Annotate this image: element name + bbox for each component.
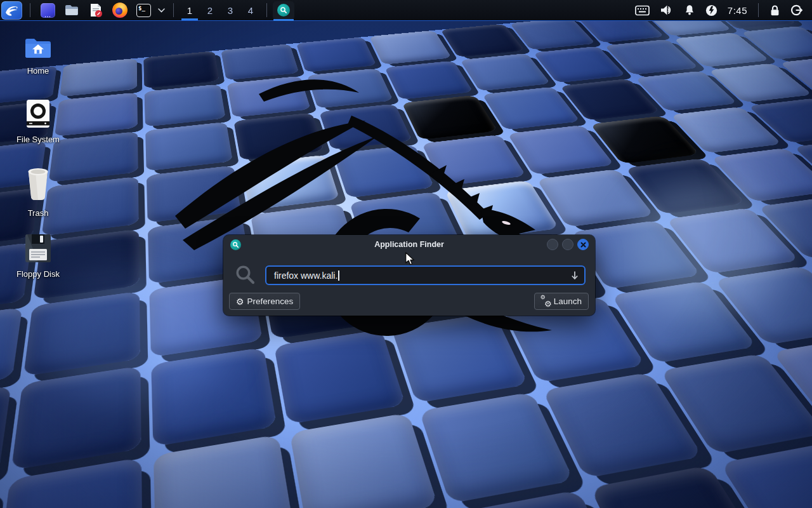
hard-disk-icon	[25, 99, 51, 128]
close-icon	[580, 242, 586, 248]
text-caret	[338, 271, 339, 281]
search-icon	[235, 264, 256, 286]
run-gears-icon: ⚙⚙	[541, 297, 551, 307]
padlock-icon	[769, 4, 780, 17]
floppy-disk-icon	[25, 234, 51, 263]
application-finder-window: Application Finder firefox www.kali. ⚙ P…	[223, 235, 595, 316]
workspace-button-2[interactable]: 2	[200, 0, 220, 20]
desktop-icon-floppy-disk[interactable]: Floppy Disk	[8, 234, 69, 279]
power-bolt-icon	[705, 4, 717, 17]
wallpaper-cube	[154, 434, 294, 508]
clock[interactable]: 7:45	[723, 5, 752, 16]
window-controls	[547, 239, 589, 250]
desktop-icon-label: Floppy Disk	[8, 269, 69, 279]
workspace-button-3[interactable]: 3	[220, 0, 240, 20]
titlebar[interactable]: Application Finder	[223, 235, 595, 254]
lock-screen-button[interactable]	[764, 0, 785, 20]
application-finder-icon	[277, 4, 290, 17]
terminal-dropdown-button[interactable]	[155, 0, 167, 20]
desktop-icon-label: Home	[8, 66, 69, 76]
history-dropdown-arrow-icon[interactable]	[570, 271, 579, 280]
panel-separator	[758, 3, 759, 17]
magnifier-glyph	[280, 6, 287, 14]
launcher-text-editor[interactable]	[84, 0, 108, 20]
active-workspace-underline	[181, 18, 198, 20]
workspace-button-4[interactable]: 4	[240, 0, 261, 20]
wallpaper-cube	[23, 291, 140, 376]
application-finder-taskbar-button[interactable]	[273, 1, 294, 20]
kali-logo-icon	[4, 3, 20, 18]
power-manager[interactable]	[700, 0, 723, 20]
desktop-icon-trash[interactable]: Trash	[8, 166, 69, 218]
maximize-button[interactable]	[562, 239, 573, 250]
desktop-window-icon: …	[41, 3, 55, 18]
wallpaper-cube	[0, 307, 22, 396]
workspace-label: 4	[248, 5, 253, 16]
launch-button-label: Launch	[554, 297, 582, 306]
panel-separator	[266, 3, 267, 17]
wallpaper-cube	[289, 413, 438, 508]
launch-button[interactable]: ⚙⚙ Launch	[534, 293, 589, 310]
folder-icon	[64, 3, 79, 18]
workspace-label: 1	[187, 5, 192, 16]
panel-left-group: … $_	[0, 0, 294, 20]
wallpaper-cube	[11, 366, 141, 471]
window-title: Application Finder	[223, 240, 595, 249]
desktop-icon-home[interactable]: Home	[8, 36, 69, 76]
search-input[interactable]: firefox www.kali.	[265, 265, 586, 285]
desktop-icon-label: File System	[8, 135, 69, 144]
preferences-button-label: Preferences	[247, 297, 294, 306]
workspace-label: 3	[228, 5, 233, 16]
keyboard-indicator[interactable]	[630, 0, 655, 20]
close-button[interactable]	[577, 239, 589, 250]
active-app-underline	[273, 19, 294, 21]
desktop-icon-file-system[interactable]: File System	[8, 99, 69, 144]
search-input-value: firefox www.kali.	[274, 271, 337, 281]
workspace-label: 2	[207, 5, 213, 16]
wallpaper-cube	[60, 58, 137, 97]
desktop-icon-label: Trash	[8, 208, 69, 218]
launcher-firefox[interactable]	[108, 0, 132, 20]
home-folder-icon	[23, 36, 53, 60]
keyboard-icon	[635, 5, 650, 16]
volume-control[interactable]	[655, 0, 679, 20]
text-editor-icon	[88, 3, 103, 18]
gear-icon: ⚙	[236, 297, 244, 306]
panel-separator	[173, 3, 174, 17]
kali-dragon-logo	[164, 50, 570, 367]
launcher-desktop[interactable]: …	[36, 0, 60, 20]
wallpaper-cube	[0, 385, 11, 495]
workspace-button-1[interactable]: 1	[180, 0, 200, 20]
bell-icon	[684, 4, 695, 16]
firefox-icon	[112, 3, 128, 18]
launcher-file-manager[interactable]	[60, 0, 84, 20]
chevron-down-icon	[158, 8, 165, 13]
notifications[interactable]	[679, 0, 700, 20]
trash-bin-icon	[25, 166, 51, 202]
logout-arrow-icon	[790, 4, 803, 16]
speaker-icon	[660, 4, 674, 16]
panel-separator	[30, 3, 30, 17]
panel-right-group: 7:45	[630, 0, 812, 20]
launcher-terminal[interactable]: $_	[132, 0, 155, 20]
wallpaper-cube	[719, 442, 812, 508]
kali-menu-button[interactable]	[1, 1, 22, 20]
terminal-icon: $_	[136, 4, 151, 17]
preferences-button[interactable]: ⚙ Preferences	[229, 293, 300, 310]
top-panel: … $_	[0, 0, 812, 21]
minimize-button[interactable]	[547, 239, 558, 250]
logout-button[interactable]	[785, 0, 808, 20]
